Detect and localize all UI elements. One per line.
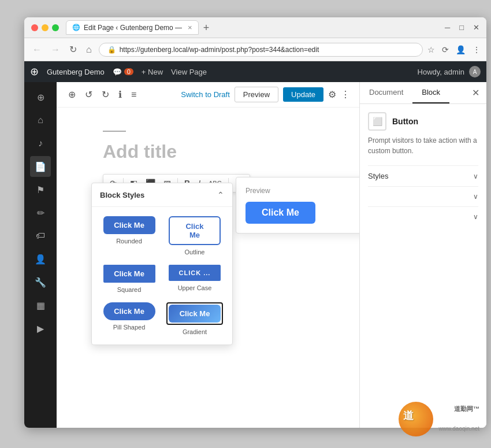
sidebar-item-tag[interactable]: 🏷 xyxy=(30,225,51,246)
editor-main: ⊕ ↺ ↻ ℹ ≡ Switch to Draft Preview Update… xyxy=(57,82,359,428)
comment-icon: 💬 xyxy=(113,68,122,76)
active-tab[interactable]: 🌐 Edit Page ‹ Gutenberg Demo — × xyxy=(66,20,199,35)
section-styles-label: Styles xyxy=(368,172,388,180)
window-restore-icon[interactable]: □ xyxy=(459,23,464,32)
switch-to-draft-button[interactable]: Switch to Draft xyxy=(181,90,230,99)
editor-topbar-left: ⊕ ↺ ↻ ℹ ≡ xyxy=(66,87,139,102)
close-button[interactable] xyxy=(31,24,38,31)
user-circle-icon[interactable]: 👤 xyxy=(456,45,466,54)
minimize-button[interactable] xyxy=(42,24,49,31)
popup-collapse-button[interactable]: ⌃ xyxy=(217,190,224,199)
titlebar-controls xyxy=(31,24,59,31)
panel-section-styles[interactable]: Styles ∨ xyxy=(368,165,478,186)
preview-button[interactable]: Preview xyxy=(235,87,278,102)
star-icon[interactable]: ☆ xyxy=(427,45,435,54)
page-title-field[interactable]: Add title xyxy=(103,141,313,162)
window-minimize-icon[interactable]: ─ xyxy=(445,23,450,32)
right-panel: Document Block ✕ ⬜ Button Prompt visitor… xyxy=(359,82,486,428)
chevron-down-icon: ∨ xyxy=(473,172,478,180)
sidebar-item-user[interactable]: 👤 xyxy=(30,249,51,269)
forward-button[interactable]: → xyxy=(49,43,62,56)
editor-topbar-right: Switch to Draft Preview Update ⚙ ⋮ xyxy=(181,87,350,102)
add-block-button[interactable]: ⊕ xyxy=(66,87,78,102)
lock-icon: 🔒 xyxy=(107,46,116,54)
tab-favicon-icon: 🌐 xyxy=(72,24,80,31)
view-page-text: View Page xyxy=(171,68,207,76)
comments-item[interactable]: 💬 0 xyxy=(113,68,133,76)
chevron-down-icon-3: ∨ xyxy=(473,213,478,221)
sidebar-item-music[interactable]: ♪ xyxy=(30,133,51,154)
sidebar-item-flag[interactable]: ⚑ xyxy=(30,179,51,200)
style-item-uppercase: CLICK ... Upper Case xyxy=(166,265,223,293)
style-item-gradient: Click Me Gradient xyxy=(166,302,223,335)
new-tab-button[interactable]: + xyxy=(203,23,210,33)
panel-tabs: Document Block ✕ xyxy=(360,82,486,104)
sidebar-item-edit[interactable]: ✏ xyxy=(30,202,51,223)
editor-topbar: ⊕ ↺ ↻ ℹ ≡ Switch to Draft Preview Update… xyxy=(57,82,359,108)
wp-toolbar-right: Howdy, admin A xyxy=(418,66,481,77)
addressbar-actions: ☆ ⟳ 👤 ⋮ xyxy=(427,45,481,54)
sidebar-item-wp[interactable]: ⊕ xyxy=(30,87,51,108)
squared-label: Squared xyxy=(117,286,142,293)
more-options-button[interactable]: ⋮ xyxy=(341,89,350,100)
sidebar-item-grid[interactable]: ▦ xyxy=(30,295,51,316)
new-item[interactable]: + New xyxy=(142,68,163,76)
home-button[interactable]: ⌂ xyxy=(84,43,94,56)
update-button[interactable]: Update xyxy=(283,87,323,102)
wp-admin-toolbar: ⊕ Gutenberg Demo 💬 0 + New View Page How… xyxy=(24,61,486,82)
refresh-button[interactable]: ↻ xyxy=(67,43,79,56)
panel-block-header: ⬜ Button xyxy=(368,112,478,131)
window-controls: ─ □ ✕ xyxy=(445,23,479,32)
window-close-icon[interactable]: ✕ xyxy=(473,23,479,32)
uppercase-label: Upper Case xyxy=(178,284,212,291)
sync-icon[interactable]: ⟳ xyxy=(442,45,449,54)
outline-style-button[interactable]: Click Me xyxy=(169,216,221,245)
gradient-style-button[interactable]: Click Me xyxy=(169,305,221,323)
list-view-button[interactable]: ≡ xyxy=(129,87,139,102)
maximize-button[interactable] xyxy=(52,24,59,31)
tab-document[interactable]: Document xyxy=(360,82,412,103)
left-sidebar: ⊕ ⌂ ♪ 📄 ⚑ ✏ 🏷 👤 🔧 ▦ ▶ xyxy=(24,82,57,428)
squared-style-button[interactable]: Click Me xyxy=(103,265,155,283)
rounded-style-button[interactable]: Click Me xyxy=(103,216,155,234)
redo-button[interactable]: ↻ xyxy=(99,87,111,102)
tab-title: Edit Page ‹ Gutenberg Demo — xyxy=(84,24,182,32)
info-button[interactable]: ℹ xyxy=(116,87,124,102)
back-button[interactable]: ← xyxy=(30,43,44,56)
preview-click-me-button[interactable]: Click Me xyxy=(246,202,315,224)
howdy-text: Howdy, admin xyxy=(418,68,464,76)
style-item-rounded: Click Me Rounded xyxy=(101,216,157,256)
panel-section-3[interactable]: ∨ xyxy=(368,206,478,227)
sidebar-item-play[interactable]: ▶ xyxy=(30,318,51,339)
comments-badge: 0 xyxy=(124,68,133,75)
panel-section-2[interactable]: ∨ xyxy=(368,186,478,206)
sidebar-item-pages[interactable]: 📄 xyxy=(30,156,51,177)
view-page-item[interactable]: View Page xyxy=(171,68,207,76)
settings-button[interactable]: ⚙ xyxy=(328,89,336,100)
preview-label: Preview xyxy=(246,187,359,195)
rounded-label: Rounded xyxy=(116,238,142,245)
style-btn-wrapper-pill: Click Me xyxy=(103,302,155,320)
browser-window: 🌐 Edit Page ‹ Gutenberg Demo — × + ─ □ ✕… xyxy=(24,17,486,428)
editor-wrapper: ⊕ ⌂ ♪ 📄 ⚑ ✏ 🏷 👤 🔧 ▦ ▶ ⊕ ↺ ↻ ℹ ≡ xyxy=(24,82,486,428)
address-bar[interactable]: 🔒 https://gutenberg.local/wp-admin/post.… xyxy=(99,43,423,57)
style-btn-wrapper-uppercase: CLICK ... xyxy=(169,265,221,281)
sidebar-item-tools[interactable]: 🔧 xyxy=(30,272,51,293)
pill-style-button[interactable]: Click Me xyxy=(103,302,155,320)
uppercase-style-button[interactable]: CLICK ... xyxy=(169,265,221,281)
tab-close-icon[interactable]: × xyxy=(188,23,192,32)
panel-close-button[interactable]: ✕ xyxy=(465,83,486,103)
style-item-squared: Click Me Squared xyxy=(101,265,157,293)
undo-button[interactable]: ↺ xyxy=(83,87,95,102)
tab-block[interactable]: Block xyxy=(412,82,449,103)
user-avatar[interactable]: A xyxy=(469,66,481,77)
site-name-link[interactable]: Gutenberg Demo xyxy=(47,68,105,76)
popup-title: Block Styles xyxy=(100,191,144,199)
style-btn-wrapper-squared: Click Me xyxy=(103,265,155,283)
sidebar-item-home[interactable]: ⌂ xyxy=(30,110,51,131)
titlebar: 🌐 Edit Page ‹ Gutenberg Demo — × + ─ □ ✕ xyxy=(24,17,486,38)
menu-dots-icon[interactable]: ⋮ xyxy=(473,45,481,54)
wp-logo-icon[interactable]: ⊕ xyxy=(30,65,39,78)
pill-label: Pill Shaped xyxy=(113,324,146,331)
style-btn-wrapper-gradient: Click Me xyxy=(166,302,223,325)
